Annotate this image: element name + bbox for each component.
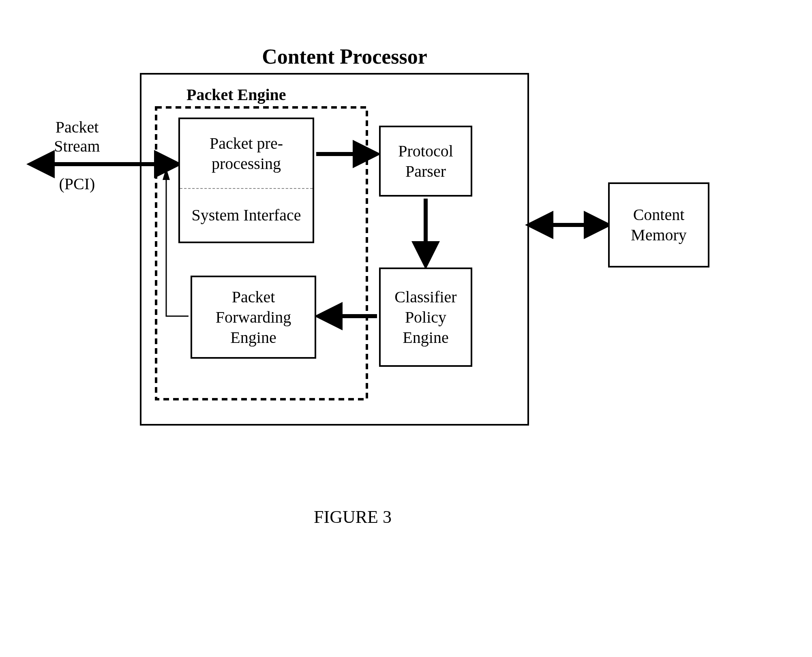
diagram-title: Content Processor [223,45,466,68]
content-memory-block: Content Memory [608,182,709,268]
figure-caption: FIGURE 3 [292,507,413,527]
packet-engine-label: Packet Engine [186,85,286,104]
packet-stream-label: Packet Stream [36,118,118,156]
protocol-parser-block: Protocol Parser [379,126,472,197]
packet-forwarding-engine-block: Packet Forwarding Engine [191,276,316,359]
system-interface-label: System Interface [180,189,313,242]
packet-preprocessing-block: Packet pre-processing System Interface [178,118,314,243]
classifier-policy-engine-block: Classifier Policy Engine [379,268,472,367]
packet-preprocessing-label: Packet pre-processing [180,119,313,189]
pci-label: (PCI) [53,174,101,193]
